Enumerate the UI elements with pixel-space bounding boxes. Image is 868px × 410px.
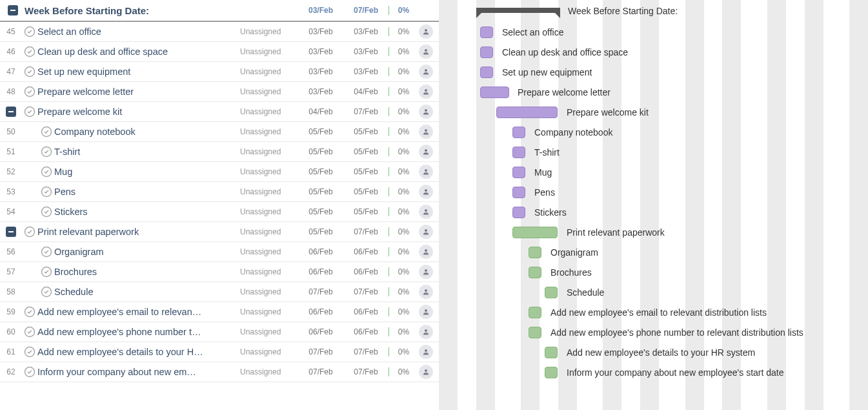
assignee-avatar-icon[interactable] (419, 305, 433, 319)
assignee-avatar-icon[interactable] (419, 125, 433, 139)
task-name[interactable]: Prepare welcome letter (37, 87, 240, 97)
gantt-bar[interactable] (512, 187, 525, 198)
assignee-avatar-icon[interactable] (419, 65, 433, 79)
status-check-icon[interactable] (22, 46, 37, 57)
status-check-icon[interactable] (22, 306, 37, 318)
task-name[interactable]: Select an office (37, 26, 240, 37)
assignee-avatar-icon[interactable] (419, 265, 433, 279)
task-name[interactable]: Pens (54, 187, 240, 197)
task-end-date[interactable]: 06/Feb (343, 267, 389, 276)
task-percent[interactable]: 0% (389, 247, 416, 256)
gantt-bar[interactable] (480, 26, 493, 38)
gantt-bar[interactable] (480, 46, 493, 58)
gantt-bar[interactable] (512, 127, 525, 138)
task-assignee[interactable]: Unassigned (240, 107, 298, 116)
task-row[interactable]: 52MugUnassigned05/Feb05/Feb0% (0, 162, 439, 182)
task-row[interactable]: 60Add new employee's phone number t…Unas… (0, 322, 439, 342)
collapse-icon[interactable] (6, 107, 16, 117)
task-percent[interactable]: 0% (389, 147, 416, 156)
gantt-bar[interactable] (480, 87, 509, 98)
task-name[interactable]: Prepare welcome kit (37, 107, 240, 117)
task-name[interactable]: Mug (54, 167, 240, 177)
assignee-avatar-icon[interactable] (419, 345, 433, 359)
task-assignee[interactable]: Unassigned (240, 47, 298, 56)
task-end-date[interactable]: 03/Feb (343, 47, 389, 56)
task-end-date[interactable]: 06/Feb (343, 247, 389, 256)
task-percent[interactable]: 0% (389, 187, 416, 196)
collapse-icon[interactable] (8, 5, 18, 15)
task-percent[interactable]: 0% (389, 67, 416, 76)
task-assignee[interactable]: Unassigned (240, 267, 298, 276)
task-start-date[interactable]: 05/Feb (298, 227, 343, 236)
task-name[interactable]: Schedule (54, 287, 240, 297)
task-assignee[interactable]: Unassigned (240, 247, 298, 256)
status-check-icon[interactable] (39, 246, 54, 258)
status-check-icon[interactable] (22, 86, 37, 97)
task-end-date[interactable]: 07/Feb (343, 367, 389, 376)
status-check-icon[interactable] (22, 26, 37, 37)
gantt-bar[interactable] (529, 307, 541, 318)
gantt-bar[interactable] (512, 147, 525, 158)
assignee-avatar-icon[interactable] (419, 25, 433, 39)
status-check-icon[interactable] (22, 66, 37, 77)
task-name[interactable]: Company notebook (54, 127, 240, 137)
task-percent[interactable]: 0% (389, 27, 416, 36)
assignee-avatar-icon[interactable] (419, 45, 433, 59)
status-check-icon[interactable] (22, 106, 37, 118)
task-start-date[interactable]: 05/Feb (298, 127, 343, 136)
task-assignee[interactable]: Unassigned (240, 167, 298, 176)
task-end-date[interactable]: 07/Feb (343, 107, 389, 116)
status-check-icon[interactable] (22, 346, 37, 358)
task-assignee[interactable]: Unassigned (240, 147, 298, 156)
task-percent[interactable]: 0% (389, 47, 416, 56)
task-row[interactable]: 61Add new employee's details to your H…U… (0, 342, 439, 362)
task-row[interactable]: 56OrganigramUnassigned06/Feb06/Feb0% (0, 242, 439, 262)
assignee-avatar-icon[interactable] (419, 365, 433, 379)
task-row[interactable]: 51T-shirtUnassigned05/Feb05/Feb0% (0, 142, 439, 162)
task-end-date[interactable]: 03/Feb (343, 67, 389, 76)
task-percent[interactable]: 0% (389, 127, 416, 136)
assignee-avatar-icon[interactable] (419, 105, 433, 119)
task-end-date[interactable]: 07/Feb (343, 227, 389, 236)
status-check-icon[interactable] (39, 186, 54, 198)
status-check-icon[interactable] (22, 366, 37, 378)
task-assignee[interactable]: Unassigned (240, 307, 298, 316)
task-percent[interactable]: 0% (389, 87, 416, 96)
task-row[interactable]: 59Add new employee's email to relevan…Un… (0, 302, 439, 322)
task-row[interactable]: 53PensUnassigned05/Feb05/Feb0% (0, 182, 439, 202)
task-assignee[interactable]: Unassigned (240, 87, 298, 96)
task-name[interactable]: Stickers (54, 207, 240, 217)
task-assignee[interactable]: Unassigned (240, 347, 298, 356)
task-row[interactable]: 45Select an officeUnassigned03/Feb03/Feb… (0, 22, 439, 42)
task-start-date[interactable]: 05/Feb (298, 207, 343, 216)
task-percent[interactable]: 0% (389, 287, 416, 296)
task-end-date[interactable]: 07/Feb (343, 347, 389, 356)
task-percent[interactable]: 0% (389, 347, 416, 356)
task-name[interactable]: Add new employee's phone number t… (37, 327, 240, 337)
assignee-avatar-icon[interactable] (419, 165, 433, 179)
task-start-date[interactable]: 03/Feb (298, 67, 343, 76)
task-assignee[interactable]: Unassigned (240, 27, 298, 36)
status-check-icon[interactable] (39, 126, 54, 138)
task-end-date[interactable]: 05/Feb (343, 167, 389, 176)
task-assignee[interactable]: Unassigned (240, 67, 298, 76)
task-name[interactable]: Organigram (54, 247, 240, 257)
task-percent[interactable]: 0% (389, 167, 416, 176)
task-start-date[interactable]: 07/Feb (298, 347, 343, 356)
status-check-icon[interactable] (22, 226, 37, 238)
task-row[interactable]: Print relevant paperworkUnassigned05/Feb… (0, 222, 439, 242)
gantt-bar[interactable] (529, 267, 541, 278)
gantt-bar[interactable] (545, 367, 558, 378)
task-assignee[interactable]: Unassigned (240, 287, 298, 296)
assignee-avatar-icon[interactable] (419, 325, 433, 339)
task-percent[interactable]: 0% (389, 307, 416, 316)
task-row[interactable]: 50Company notebookUnassigned05/Feb05/Feb… (0, 122, 439, 142)
task-name[interactable]: Set up new equipment (37, 67, 240, 77)
task-start-date[interactable]: 03/Feb (298, 27, 343, 36)
gantt-bar[interactable] (545, 347, 558, 358)
task-name[interactable]: Clean up desk and office space (37, 46, 240, 57)
task-name[interactable]: Add new employee's details to your H… (37, 347, 240, 357)
task-end-date[interactable]: 05/Feb (343, 147, 389, 156)
task-end-date[interactable]: 03/Feb (343, 27, 389, 36)
task-start-date[interactable]: 07/Feb (298, 287, 343, 296)
